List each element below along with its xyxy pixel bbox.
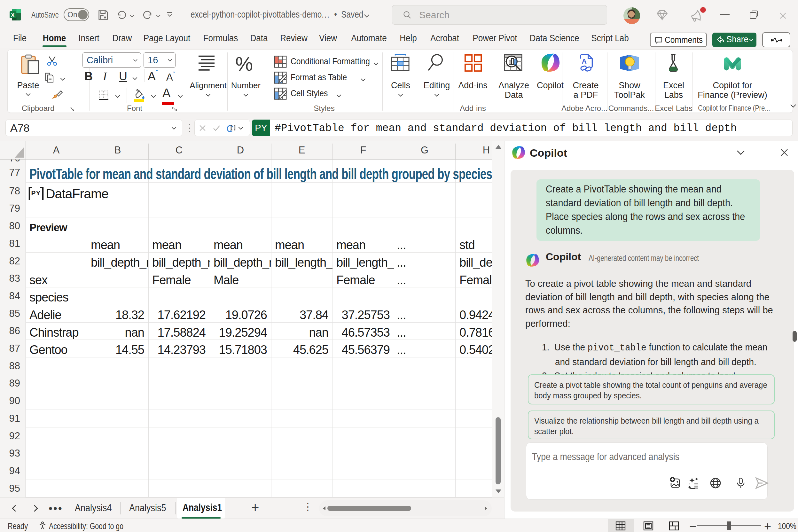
svg-text:A: A [582,58,587,65]
svg-text:X: X [11,12,15,18]
